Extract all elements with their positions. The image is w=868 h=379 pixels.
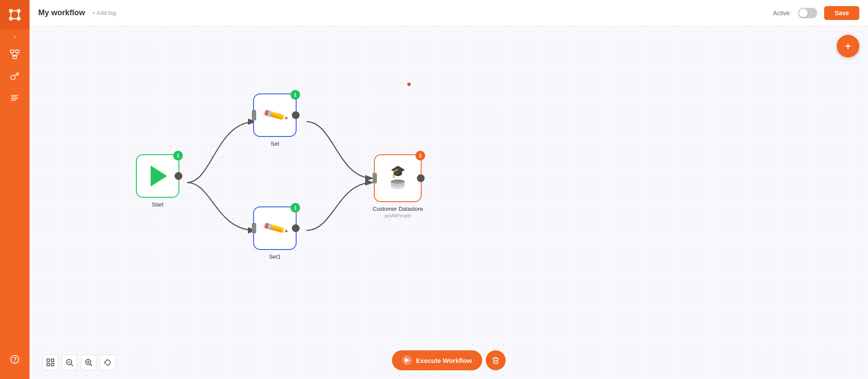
start-badge: 1 xyxy=(173,151,183,160)
active-toggle[interactable] xyxy=(798,8,817,18)
header: My workflow + Add tag Active: Save xyxy=(30,0,868,26)
active-label: Active: xyxy=(773,10,791,17)
pencil-icon: ✏️ xyxy=(261,102,289,129)
sidebar-toggle[interactable]: › xyxy=(0,30,30,43)
header-right: Active: Save xyxy=(773,6,859,20)
workflow-title: My workflow xyxy=(38,8,85,17)
reset-button[interactable] xyxy=(100,355,116,370)
toggle-knob xyxy=(799,9,808,17)
execute-bar: Execute Workflow xyxy=(392,350,506,370)
add-tag-button[interactable]: + Add tag xyxy=(92,10,116,16)
logo xyxy=(0,0,30,30)
customer-datastore-node[interactable]: 2 🎓 Customer Datastore getAllPeople xyxy=(373,154,423,218)
header-left: My workflow + Add tag xyxy=(38,8,116,17)
customer-datastore-label: Customer Datastore xyxy=(373,206,423,212)
pencil1-icon: ✏️ xyxy=(261,215,289,242)
datastore-icon-wrap: 🎓 xyxy=(390,164,406,193)
workflows-icon[interactable] xyxy=(0,43,30,65)
start-label: Start xyxy=(152,201,163,208)
execute-workflow-button[interactable]: Execute Workflow xyxy=(392,350,482,370)
set1-badge: 1 xyxy=(290,203,300,213)
credentials-icon[interactable] xyxy=(0,65,30,87)
zoom-out-button[interactable] xyxy=(62,355,77,370)
start-node[interactable]: 1 Start xyxy=(136,154,179,208)
svg-rect-10 xyxy=(13,56,17,59)
svg-rect-23 xyxy=(47,359,50,362)
add-node-button[interactable]: + xyxy=(837,35,859,57)
svg-rect-24 xyxy=(51,359,54,362)
set1-output-dot xyxy=(292,224,300,232)
svg-rect-8 xyxy=(10,50,14,53)
svg-line-29 xyxy=(71,364,73,366)
set-node[interactable]: 1 ✏️ Set xyxy=(253,93,297,147)
zoom-fit-button[interactable] xyxy=(43,355,58,370)
execute-play-icon xyxy=(402,356,412,365)
set1-node-box[interactable]: 1 ✏️ xyxy=(253,206,297,250)
help-icon[interactable] xyxy=(0,349,30,370)
customer-datastore-sublabel: getAllPeople xyxy=(384,213,411,218)
set1-label: Set1 xyxy=(269,253,281,260)
set-label: Set xyxy=(271,140,279,147)
set1-input-bar xyxy=(252,223,256,233)
delete-button[interactable] xyxy=(486,350,506,370)
set-badge: 1 xyxy=(290,90,300,100)
executions-icon[interactable] xyxy=(0,87,30,109)
set-node-box[interactable]: 1 ✏️ xyxy=(253,93,297,137)
svg-marker-34 xyxy=(405,358,409,363)
set-input-bar xyxy=(252,110,256,120)
workflow-canvas: + 1 Start 1 ✏️ xyxy=(30,26,868,379)
datastore-input-bar xyxy=(373,173,377,183)
sidebar: › xyxy=(0,0,30,379)
svg-line-33 xyxy=(90,364,92,366)
customer-datastore-box[interactable]: 2 🎓 xyxy=(374,154,422,202)
set1-node[interactable]: 1 ✏️ Set1 xyxy=(253,206,297,260)
set-output-dot xyxy=(292,111,300,119)
start-output-dot xyxy=(175,172,182,180)
database-icon xyxy=(390,180,406,193)
save-button[interactable]: Save xyxy=(824,6,859,20)
svg-rect-9 xyxy=(16,50,19,53)
svg-rect-25 xyxy=(47,363,50,366)
canvas-toolbar xyxy=(43,355,116,370)
datastore-output-dot xyxy=(417,174,425,182)
execute-label: Execute Workflow xyxy=(416,357,472,364)
play-icon xyxy=(151,166,167,186)
zoom-in-button[interactable] xyxy=(81,355,96,370)
start-node-box[interactable]: 1 xyxy=(136,154,179,198)
svg-rect-26 xyxy=(51,363,54,366)
red-indicator xyxy=(407,83,411,86)
datastore-badge: 2 xyxy=(416,151,425,160)
graduation-cap-icon: 🎓 xyxy=(390,164,406,179)
